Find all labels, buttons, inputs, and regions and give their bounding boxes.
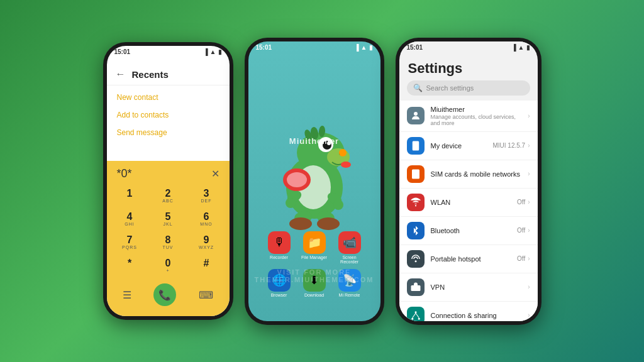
key-1[interactable]: 1 [112,185,148,206]
add-to-contacts-link[interactable]: Add to contacts [117,111,219,119]
battery-icon-3: ▮ [526,44,530,51]
new-contact-link[interactable]: New contact [117,93,219,102]
dialpad-bottom: ☰ 📞 ⌨ [112,281,225,309]
settings-item-vpn[interactable]: VPN › [399,273,538,302]
miuithemer-icon [407,107,425,124]
svg-point-7 [341,162,351,168]
phone-dialer: 15:01 ▐ ▲ ▮ ← Recents New contact Add to… [103,42,233,320]
key-9[interactable]: 9WXYZ [189,232,225,253]
key-2[interactable]: 2ABC [150,185,186,206]
svg-point-25 [415,148,416,149]
back-icon[interactable]: ← [116,69,126,80]
miuithemer-wallpaper-label: Miuithemer [289,136,339,146]
settings-search-bar[interactable]: 🔍 Search settings [407,80,530,96]
settings-item-bluetooth[interactable]: Bluetooth Off › [399,217,538,245]
settings-item-wlan[interactable]: WLAN Off › [399,189,538,217]
browser-label: Browser [271,293,287,297]
wifi-icon-3: ▲ [518,44,525,51]
svg-point-17 [289,217,312,230]
chevron-icon-3: › [528,170,530,177]
bluetooth-icon [407,222,425,239]
hotspot-text: Portable hotspot [431,255,511,263]
settings-item-connection[interactable]: Connection & sharing › [399,302,538,321]
wifi-icon-2: ▲ [361,44,367,51]
bluetooth-right: Off › [517,227,530,234]
vpn-icon [407,278,425,296]
dialer-screen: 15:01 ▐ ▲ ▮ ← Recents New contact Add to… [107,46,230,316]
settings-content: Settings 🔍 Search settings Miuithemer Ma… [399,41,538,321]
phone-wallpaper: 15:01 ▐ ▲ ▮ [245,38,384,325]
status-icons-1: ▐ ▲ ▮ [204,48,222,55]
settings-item-miuithemer[interactable]: Miuithemer Manage accounts, cloud servic… [399,101,538,132]
svg-point-23 [414,112,418,116]
key-6[interactable]: 6MNO [189,209,225,229]
dialpad-display: *0* ✕ [112,167,225,180]
miremote-label: Mi Remote [339,293,360,297]
key-0[interactable]: 0+ [150,255,186,276]
connection-text: Connection & sharing [431,312,522,319]
menu-icon[interactable]: ☰ [123,289,131,301]
search-icon: 🔍 [413,84,423,92]
svg-point-33 [418,317,419,319]
key-star[interactable]: * [112,255,148,276]
connection-icon [407,307,425,321]
mydevice-right: MIUI 12.5.7 › [492,142,530,149]
dialpad-grid: 1 2ABC 3DEF 4GHI 5JKL 6MNO 7PQRS 8TUV 9W… [112,185,225,276]
key-7[interactable]: 7PQRS [112,232,148,253]
call-button[interactable]: 📞 [153,283,176,306]
recents-header: ← Recents [107,63,230,85]
chevron-icon-4: › [528,199,530,206]
key-hash[interactable]: # [189,255,225,276]
battery-icon-2: ▮ [369,44,373,51]
key-8[interactable]: 8TUV [150,232,186,253]
signal-icon: ▐ [204,48,208,55]
svg-rect-27 [414,171,418,174]
svg-line-34 [412,313,415,318]
dialpad-icon[interactable]: ⌨ [199,289,213,301]
dialpad: *0* ✕ 1 2ABC 3DEF 4GHI 5JKL 6MNO 7PQRS 8… [107,161,230,316]
signal-icon-3: ▐ [512,44,516,51]
wifi-icon: ▲ [210,48,216,55]
hotspot-right: Off › [517,255,530,262]
wlan-text: WLAN [431,199,511,206]
svg-line-35 [416,313,419,318]
miuithemer-text: Miuithemer Manage accounts, cloud servic… [431,106,522,126]
key-3[interactable]: 3DEF [189,185,225,206]
contact-links: New contact Add to contacts Send message [107,85,230,161]
time-2: 15:01 [256,44,272,51]
wallpaper-content: Miuithemer 🎙 Recorder 📁 File Manager 📹 S… [248,41,380,321]
dialpad-clear-icon[interactable]: ✕ [211,168,219,180]
yoshi-container: Miuithemer [248,54,380,283]
settings-item-hotspot[interactable]: Portable hotspot Off › [399,245,538,273]
sim-right: › [528,170,530,177]
key-4[interactable]: 4GHI [112,209,148,229]
svg-point-29 [414,260,416,262]
dialer-content: ← Recents New contact Add to contacts Se… [107,46,230,316]
send-message-link[interactable]: Send message [117,128,219,137]
svg-point-14 [333,200,343,210]
vpn-text: VPN [431,283,522,291]
settings-item-sim[interactable]: SIM cards & mobile networks › [399,160,538,189]
yoshi-svg [264,106,365,231]
hotspot-icon [407,250,425,268]
svg-point-19 [339,149,347,156]
status-bar-3: 15:01 ▐ ▲ ▮ [399,41,538,53]
wlan-right: Off › [517,199,530,206]
time-3: 15:01 [407,44,423,51]
miuithemer-right: › [528,112,530,119]
mydevice-icon [407,137,425,155]
download-label: Download [304,293,324,297]
settings-title: Settings [399,55,538,80]
settings-item-mydevice[interactable]: My device MIUI 12.5.7 › [399,132,538,160]
key-5[interactable]: 5JKL [150,209,186,229]
status-icons-3: ▐ ▲ ▮ [512,44,530,51]
svg-point-13 [286,198,296,208]
settings-list: Miuithemer Manage accounts, cloud servic… [399,101,538,321]
watermark: VISIT FOR MORE THEMER.MIUITHEMER.COM [248,268,380,283]
call-icon: 📞 [158,289,171,301]
battery-icon: ▮ [218,48,222,55]
mydevice-text: My device [431,142,487,150]
svg-point-10 [287,172,307,187]
status-icons-2: ▐ ▲ ▮ [355,44,373,51]
svg-point-31 [414,311,416,313]
